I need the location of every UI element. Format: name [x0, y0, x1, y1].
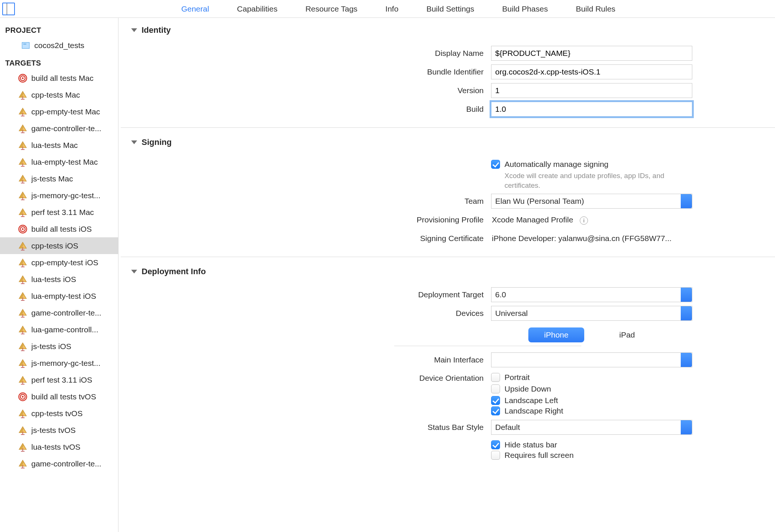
sidebar-target-item[interactable]: js-memory-gc-test... — [0, 187, 118, 204]
devices-label: Devices — [118, 309, 491, 318]
tab-general[interactable]: General — [181, 0, 209, 18]
app-target-icon — [18, 107, 28, 117]
dropdown-arrow-icon — [681, 420, 692, 434]
deployment-target-label: Deployment Target — [118, 290, 491, 299]
left-panel-toggle-icon[interactable] — [2, 3, 15, 15]
sidebar-target-item[interactable]: cpp-empty-test iOS — [0, 254, 118, 271]
sidebar-project-item[interactable]: cocos2d_tests — [0, 37, 118, 54]
sidebar-target-label: game-controller-te... — [31, 459, 101, 468]
checkbox-checked-icon — [491, 406, 500, 415]
tab-build-phases[interactable]: Build Phases — [502, 0, 548, 18]
requires-full-screen-checkbox[interactable]: Requires full screen — [491, 450, 574, 460]
bundle-identifier-field[interactable] — [491, 64, 692, 79]
sidebar-target-item[interactable]: js-tests tvOS — [0, 422, 118, 438]
auto-manage-signing-label: Automatically manage signing — [504, 160, 608, 169]
sidebar-target-label: perf test 3.11 iOS — [31, 376, 92, 384]
tab-info[interactable]: Info — [385, 0, 398, 18]
sidebar-target-item[interactable]: js-tests iOS — [0, 338, 118, 355]
sidebar-target-label: lua-tests tvOS — [31, 443, 80, 452]
sidebar-project-label: cocos2d_tests — [34, 41, 84, 50]
display-name-field[interactable] — [491, 46, 692, 61]
deployment-target-value: 6.0 — [495, 290, 506, 299]
sidebar-target-item[interactable]: cpp-tests tvOS — [0, 405, 118, 422]
deployment-target-combo[interactable]: 6.0 — [491, 287, 692, 302]
app-target-icon — [18, 90, 28, 100]
devices-dropdown[interactable]: Universal — [491, 306, 692, 321]
orientation-upside-down-checkbox[interactable]: Upside Down — [491, 384, 551, 394]
sidebar-target-item[interactable]: js-memory-gc-test... — [0, 355, 118, 371]
sidebar-target-item[interactable]: lua-empty-test iOS — [0, 288, 118, 304]
build-field[interactable] — [491, 102, 692, 117]
sidebar-target-label: lua-tests iOS — [31, 275, 76, 284]
sidebar-target-item[interactable]: lua-tests Mac — [0, 137, 118, 153]
status-bar-style-dropdown[interactable]: Default — [491, 420, 692, 435]
checkbox-unchecked-icon — [491, 373, 500, 382]
tab-build-settings[interactable]: Build Settings — [426, 0, 474, 18]
sidebar-target-item[interactable]: cpp-empty-test Mac — [0, 103, 118, 120]
app-target-icon — [18, 442, 28, 452]
orientation-landscape-left-checkbox[interactable]: Landscape Left — [491, 395, 558, 406]
app-target-icon — [18, 174, 28, 184]
sidebar-target-item[interactable]: game-controller-te... — [0, 120, 118, 137]
team-dropdown[interactable]: Elan Wu (Personal Team) — [491, 194, 692, 209]
orientation-portrait-checkbox[interactable]: Portrait — [491, 372, 530, 383]
signing-certificate-label: Signing Certificate — [118, 234, 491, 243]
bullseye-target-icon — [18, 392, 28, 402]
disclosure-triangle-icon — [131, 28, 137, 32]
build-label: Build — [118, 105, 491, 114]
sidebar-target-item[interactable]: lua-tests tvOS — [0, 438, 118, 455]
section-identity-header[interactable]: Identity — [118, 18, 775, 41]
app-target-icon — [18, 191, 28, 200]
version-field[interactable] — [491, 83, 692, 98]
sidebar-target-item[interactable]: lua-game-controll... — [0, 321, 118, 338]
sidebar-target-label: lua-empty-test iOS — [31, 292, 96, 301]
device-segment-control: iPhone iPad — [528, 327, 655, 342]
section-deployment-title: Deployment Info — [142, 267, 206, 276]
sidebar-target-item[interactable]: lua-empty-test Mac — [0, 153, 118, 170]
sidebar-target-item[interactable]: cpp-tests iOS — [0, 237, 118, 254]
disclosure-triangle-icon — [131, 270, 137, 273]
section-deployment-header[interactable]: Deployment Info — [118, 257, 775, 282]
sidebar-target-item[interactable]: js-tests Mac — [0, 170, 118, 187]
segment-ipad[interactable]: iPad — [599, 327, 655, 342]
app-target-icon — [18, 140, 28, 150]
sidebar-target-label: cpp-empty-test iOS — [31, 258, 98, 267]
sidebar-target-label: js-tests iOS — [31, 342, 71, 351]
app-target-icon — [18, 291, 28, 301]
segment-iphone[interactable]: iPhone — [528, 327, 584, 342]
auto-manage-signing-hint: Xcode will create and update profiles, a… — [504, 171, 692, 190]
app-target-icon — [18, 258, 28, 267]
tab-build-rules[interactable]: Build Rules — [576, 0, 615, 18]
sidebar-target-label: build all tests iOS — [31, 225, 92, 234]
tab-resource-tags[interactable]: Resource Tags — [306, 0, 358, 18]
checkbox-unchecked-icon — [491, 451, 500, 460]
team-label: Team — [118, 197, 491, 206]
provisioning-profile-value: Xcode Managed Profile — [492, 215, 573, 224]
display-name-label: Display Name — [118, 49, 491, 58]
app-target-icon — [18, 409, 28, 418]
tab-capabilities[interactable]: Capabilities — [237, 0, 278, 18]
section-identity-title: Identity — [142, 25, 171, 35]
section-signing-title: Signing — [142, 137, 172, 147]
hide-status-bar-checkbox[interactable]: Hide status bar — [491, 440, 557, 450]
sidebar-target-item[interactable]: build all tests Mac — [0, 70, 118, 86]
section-signing-header[interactable]: Signing — [118, 128, 775, 153]
sidebar-target-item[interactable]: game-controller-te... — [0, 304, 118, 321]
sidebar-target-item[interactable]: lua-tests iOS — [0, 271, 118, 288]
app-target-icon — [18, 308, 28, 318]
sidebar-target-item[interactable]: perf test 3.11 Mac — [0, 204, 118, 221]
sidebar-target-item[interactable]: perf test 3.11 iOS — [0, 371, 118, 388]
auto-manage-signing-checkbox[interactable]: Automatically manage signing — [491, 159, 608, 170]
checkbox-checked-icon — [491, 440, 500, 449]
info-icon[interactable]: i — [580, 216, 588, 225]
sidebar-target-label: cpp-empty-test Mac — [31, 107, 100, 116]
version-label: Version — [118, 86, 491, 95]
sidebar-target-item[interactable]: build all tests tvOS — [0, 388, 118, 405]
sidebar-target-item[interactable]: build all tests iOS — [0, 221, 118, 237]
sidebar-target-item[interactable]: game-controller-te... — [0, 455, 118, 472]
sidebar-target-label: perf test 3.11 Mac — [31, 208, 94, 217]
main-interface-combo[interactable] — [491, 352, 692, 367]
app-target-icon — [18, 241, 28, 251]
orientation-landscape-right-checkbox[interactable]: Landscape Right — [491, 406, 563, 416]
sidebar-target-item[interactable]: cpp-tests Mac — [0, 86, 118, 103]
